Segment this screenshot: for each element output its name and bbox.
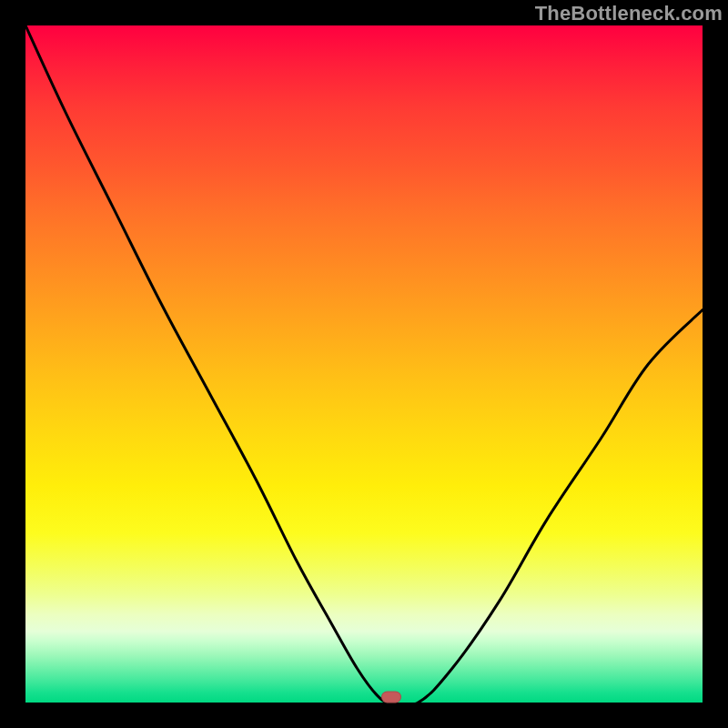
bottleneck-curve [25, 25, 703, 703]
watermark-text: TheBottleneck.com [535, 2, 723, 25]
curve-path [25, 25, 703, 703]
min-marker [381, 692, 401, 703]
plot-area [25, 25, 703, 703]
chart-frame: TheBottleneck.com [0, 0, 728, 728]
